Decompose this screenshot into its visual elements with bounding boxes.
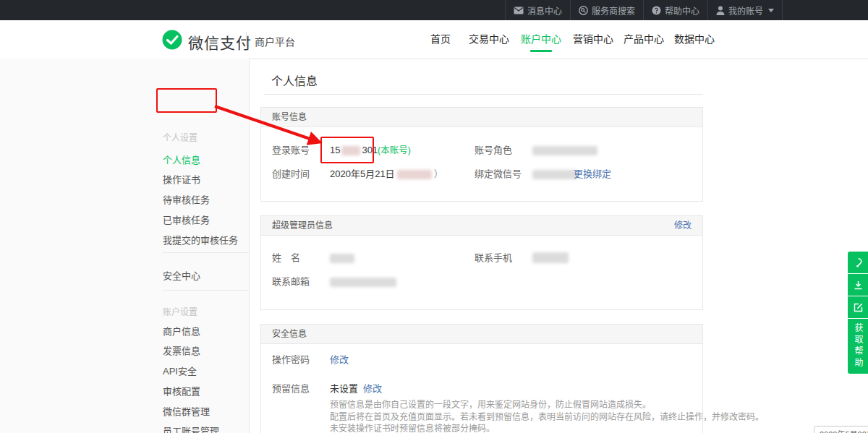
- nav-data-center[interactable]: 数据中心: [674, 20, 715, 58]
- redacted-name: [330, 254, 354, 263]
- sidebar-item-pending-review-tasks[interactable]: 待审核任务: [163, 192, 210, 206]
- annotation-box-sidebar-personal-info: [156, 88, 217, 113]
- created-time-value: 2020年5月21日 ）: [330, 168, 443, 180]
- edit-icon: [853, 302, 864, 313]
- topbar-item-service-provider-search[interactable]: 服务商搜索: [570, 0, 643, 20]
- hotline-icon: [853, 257, 864, 268]
- sidebar-divider: [163, 252, 250, 253]
- redacted-created-time: [397, 170, 432, 179]
- topbar-item-help-center[interactable]: 帮助中心: [643, 0, 707, 20]
- wechat-pay-logo-icon: [162, 30, 182, 50]
- name-label: 姓 名: [272, 252, 300, 264]
- reserve-edit-link[interactable]: 修改: [363, 383, 382, 395]
- annotation-box-login-account: [320, 137, 374, 163]
- contact-email-label: 联系邮箱: [272, 276, 310, 288]
- title-divider: [264, 94, 703, 95]
- page-title: 个人信息: [271, 72, 318, 89]
- bound-wechat-label: 绑定微信号: [475, 168, 522, 180]
- search-icon: [579, 6, 588, 15]
- nav-account-center[interactable]: 账户中心: [521, 20, 561, 58]
- header-divider: [246, 33, 247, 46]
- get-help-label: 获取帮助: [848, 323, 868, 369]
- top-utility-bar: 消息中心 服务商搜索 帮助中心 我的账号: [0, 0, 868, 20]
- mail-icon: [514, 7, 524, 14]
- sidebar-item-review-config[interactable]: 审核配置: [163, 384, 200, 398]
- sidebar-item-personal-info[interactable]: 个人信息: [163, 153, 200, 166]
- sidebar-item-wechat-group-management[interactable]: 微信群管理: [163, 404, 210, 418]
- desc-line: 配置后将在首页及充值页面显示。若未看到预留信息，表明当前访问的网站存在风险，请终…: [330, 411, 764, 424]
- reserve-info-description: 预留信息是由你自己设置的一段文字，用来鉴定网站身份，防止假冒网站造成损失。 配置…: [330, 399, 764, 433]
- password-edit-link[interactable]: 修改: [330, 354, 349, 366]
- panel-title: 安全信息: [272, 329, 307, 339]
- security-info-panel: 安全信息 操作密码 修改 预留信息 未设置 修改 预留信息是由你自己设置的一段文…: [260, 324, 703, 433]
- help-icon: [652, 6, 661, 15]
- annotation-arrow: [213, 101, 328, 150]
- desc-line: 未安装操作证书时预留信息将被部分掩码。: [330, 423, 764, 433]
- panel-title: 超级管理员信息: [272, 220, 333, 231]
- current-account-tag: (本账号): [378, 145, 411, 156]
- redacted-email: [330, 278, 396, 287]
- topbar-item-label: 帮助中心: [665, 4, 699, 17]
- get-help-button[interactable]: 获取帮助: [848, 319, 868, 374]
- rebind-link[interactable]: 更换绑定: [574, 168, 611, 180]
- sidebar-divider: [163, 290, 250, 291]
- sidebar-item-invoice-info[interactable]: 发票信息: [163, 343, 200, 357]
- topbar-item-label: 消息中心: [527, 4, 562, 17]
- download-icon: [853, 280, 864, 291]
- topbar-item-label: 服务商搜索: [592, 4, 635, 17]
- sidebar-item-api-security[interactable]: API安全: [163, 364, 197, 377]
- desc-line: 预留信息是由你自己设置的一段文字，用来鉴定网站身份，防止假冒网站造成损失。: [330, 399, 764, 411]
- hotline-button[interactable]: [848, 252, 868, 273]
- user-icon: [716, 6, 725, 15]
- sidebar-item-my-submitted-tasks[interactable]: 我提交的审核任务: [163, 233, 238, 246]
- download-button[interactable]: [848, 274, 868, 296]
- sidebar-item-reviewed-tasks[interactable]: 已审核任务: [163, 213, 210, 226]
- sidebar-item-staff-account-management[interactable]: 员工账号管理: [163, 424, 219, 433]
- portal-name: 商户平台: [255, 34, 295, 48]
- admin-edit-link[interactable]: 修改: [674, 216, 692, 235]
- created-time-label: 创建时间: [272, 168, 310, 180]
- caret-down-icon: [768, 9, 774, 12]
- operation-password-label: 操作密码: [272, 354, 310, 366]
- nav-product-center[interactable]: 产品中心: [624, 20, 664, 58]
- super-admin-panel: 超级管理员信息 修改 姓 名 联系手机 联系邮箱: [260, 215, 703, 310]
- account-role-label: 账号角色: [475, 145, 512, 156]
- floating-help-menu: 获取帮助: [848, 252, 868, 374]
- nav-transaction-center[interactable]: 交易中心: [469, 20, 509, 58]
- topbar-item-message-center[interactable]: 消息中心: [505, 0, 570, 20]
- topbar-item-my-account[interactable]: 我的账号: [707, 0, 783, 20]
- contact-phone-label: 联系手机: [475, 252, 512, 264]
- date-badge: 2020年5月22日: [814, 426, 868, 433]
- feedback-button[interactable]: [848, 296, 868, 318]
- brand-name: 微信支付: [188, 31, 252, 53]
- sidebar-group-personal-settings: 个人设置: [163, 131, 197, 143]
- wechat-pay-merchant-portal: 消息中心 服务商搜索 帮助中心 我的账号 微信支付 商户平台 首页 交易中心 账…: [0, 0, 868, 433]
- sidebar-item-security-center[interactable]: 安全中心: [163, 268, 200, 282]
- nav-home[interactable]: 首页: [430, 20, 451, 58]
- nav-marketing-center[interactable]: 营销中心: [573, 20, 613, 58]
- redacted-account-role: [532, 146, 597, 155]
- reserve-status: 未设置: [330, 383, 358, 395]
- sidebar-item-operation-certificate[interactable]: 操作证书: [163, 172, 200, 186]
- reserve-info-label: 预留信息: [272, 383, 310, 395]
- sidebar-group-account-settings: 账户设置: [163, 305, 197, 317]
- topbar-item-label: 我的账号: [728, 4, 763, 17]
- sidebar-item-merchant-info[interactable]: 商户信息: [163, 324, 200, 338]
- redacted-phone: [532, 252, 569, 263]
- redacted-wechat-id: [532, 170, 577, 179]
- site-header: 微信支付 商户平台 首页 交易中心 账户中心 营销中心 产品中心 数据中心: [0, 20, 868, 59]
